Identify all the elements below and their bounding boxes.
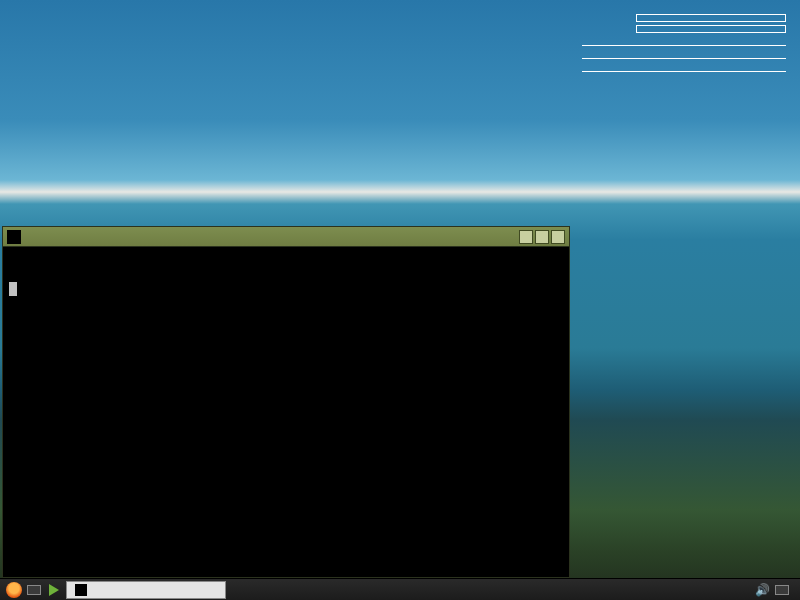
terminal-body[interactable] [3,247,569,577]
system-header [576,45,786,46]
minimize-button[interactable] [519,230,533,244]
cursor [9,282,17,296]
terminal-icon [7,230,21,244]
top-processes-header [576,58,786,59]
conky-panel [576,14,786,72]
monitor-icon[interactable] [26,582,42,598]
shortcuts-header [576,71,786,72]
display-icon[interactable] [774,582,790,598]
maximize-button[interactable] [535,230,549,244]
firefox-icon[interactable] [6,582,22,598]
terminal-window[interactable] [2,226,570,578]
terminal-icon [75,584,87,596]
close-button[interactable] [551,230,565,244]
terminal-titlebar[interactable] [3,227,569,247]
launcher-icon[interactable] [46,582,62,598]
volume-icon[interactable] [754,582,770,598]
ram-bar [636,25,786,33]
taskbar-window-button[interactable] [66,581,226,599]
taskbar[interactable] [0,578,800,600]
cpu-bar [636,14,786,22]
